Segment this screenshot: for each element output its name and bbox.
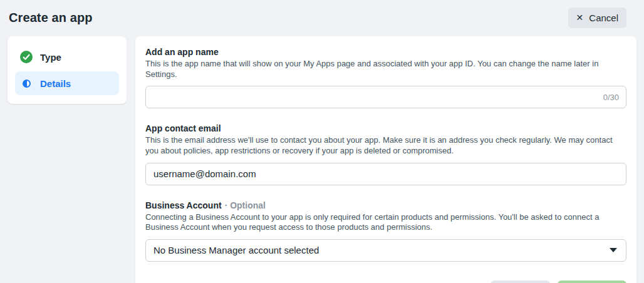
create-app-page: Create an app ✕Cancel Type Details Ad (0, 0, 644, 283)
details-form-card: Add an app name This is the app name tha… (135, 36, 636, 283)
contact-email-section: App contact email This is the email addr… (145, 123, 626, 185)
app-name-input[interactable] (145, 86, 626, 108)
topbar: Create an app ✕Cancel (0, 0, 644, 35)
steps-sidebar: Type Details (8, 36, 127, 104)
step-type-label: Type (40, 52, 61, 63)
app-name-input-wrap: 0/30 (145, 86, 626, 108)
cancel-button[interactable]: ✕Cancel (568, 8, 626, 28)
business-account-select[interactable]: No Business Manager account selected (145, 239, 626, 262)
step-details[interactable]: Details (15, 71, 119, 95)
business-account-label-text: Business Account (145, 200, 222, 210)
form-footer: By proceeding, you agree to the Meta Pla… (145, 280, 626, 283)
business-account-section: Business Account· Optional Connecting a … (145, 200, 626, 262)
contact-email-description: This is the email address we'll use to c… (145, 135, 626, 156)
app-name-description: This is the app name that will show on y… (145, 59, 626, 80)
cancel-button-label: Cancel (589, 13, 618, 23)
footer-buttons: Previous Create app (491, 280, 626, 283)
create-app-button[interactable]: Create app (558, 280, 626, 283)
contact-email-input-wrap (145, 163, 626, 185)
contact-email-label: App contact email (145, 123, 626, 133)
step-type[interactable]: Type (15, 45, 119, 69)
app-name-label: Add an app name (145, 47, 626, 57)
contact-email-input[interactable] (145, 163, 626, 185)
close-icon: ✕ (576, 13, 584, 22)
chevron-down-icon (610, 248, 617, 252)
business-account-selected-option: No Business Manager account selected (153, 245, 319, 255)
check-circle-icon (20, 51, 33, 63)
content-area: Type Details Add an app name This is the… (0, 35, 644, 283)
page-title: Create an app (9, 11, 93, 25)
business-account-label: Business Account· Optional (145, 200, 626, 210)
app-name-section: Add an app name This is the app name tha… (145, 47, 626, 108)
previous-button[interactable]: Previous (491, 280, 550, 283)
optional-tag: · Optional (225, 200, 266, 210)
business-account-description: Connecting a Business Account to your ap… (145, 212, 626, 233)
progress-half-circle-icon (20, 77, 33, 90)
step-details-label: Details (40, 78, 71, 89)
